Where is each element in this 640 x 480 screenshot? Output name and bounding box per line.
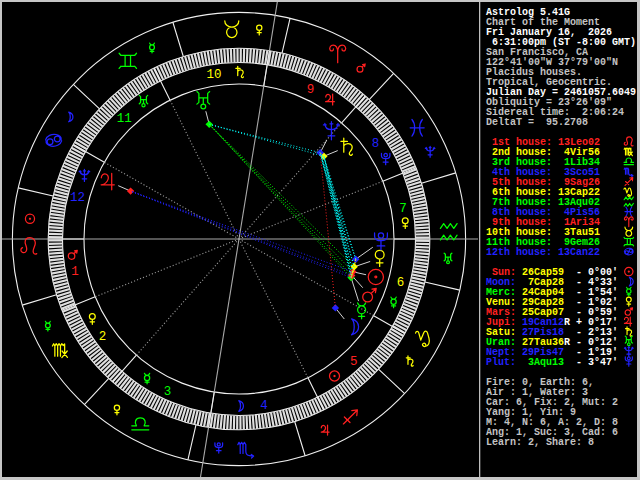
svg-text:4: 4 xyxy=(260,399,268,413)
svg-text:Learn: 2, Share: 8: Learn: 2, Share: 8 xyxy=(486,437,594,448)
svg-text:6: 6 xyxy=(397,276,405,290)
svg-text:-: - xyxy=(576,357,582,368)
svg-text:12: 12 xyxy=(70,191,85,205)
svg-text:3: 3 xyxy=(164,385,172,399)
svg-text:5: 5 xyxy=(350,355,358,369)
svg-text:3Aqu13: 3Aqu13 xyxy=(522,357,564,368)
svg-text:1: 1 xyxy=(71,265,79,279)
svg-text:3°47': 3°47' xyxy=(588,357,618,368)
svg-text:7: 7 xyxy=(399,202,407,216)
svg-text:Plut:: Plut: xyxy=(486,357,516,368)
svg-text:12th house: 13Can22: 12th house: 13Can22 xyxy=(486,247,600,258)
svg-text:R: R xyxy=(564,317,570,328)
svg-text:2: 2 xyxy=(99,330,107,344)
svg-text:R: R xyxy=(564,337,570,348)
svg-text:9: 9 xyxy=(307,83,315,97)
svg-text:DeltaT = 95.2708: DeltaT = 95.2708 xyxy=(486,117,588,128)
svg-text:10: 10 xyxy=(206,68,221,82)
svg-text:11: 11 xyxy=(117,112,132,126)
svg-text:8: 8 xyxy=(372,137,380,151)
